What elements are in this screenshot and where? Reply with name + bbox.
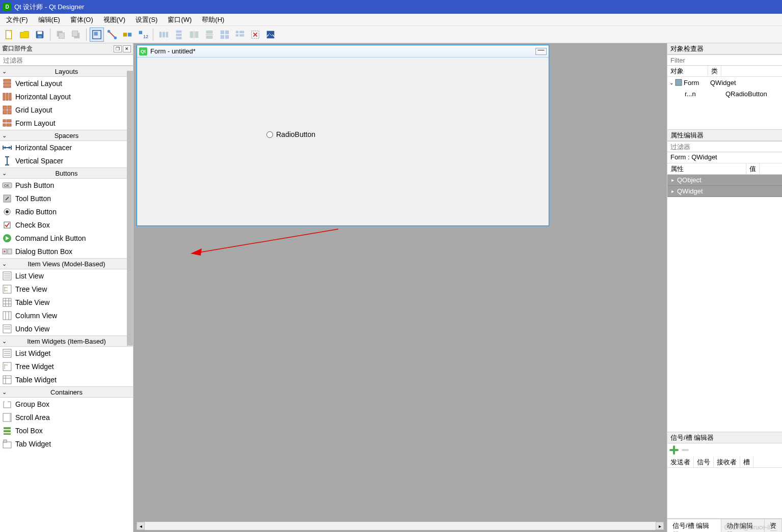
canvas-h-scrollbar[interactable]: ◂ ▸ bbox=[137, 522, 664, 530]
edit-buddies-button[interactable] bbox=[120, 27, 134, 42]
widget-grid-layout[interactable]: Grid Layout bbox=[0, 103, 133, 117]
menu-settings[interactable]: 设置(S) bbox=[130, 14, 163, 25]
widget-tree-view[interactable]: Tree View bbox=[0, 283, 133, 296]
design-canvas[interactable]: Qt Form - untitled* — RadioButton ◂ ▸ bbox=[133, 43, 667, 532]
menu-help[interactable]: 帮助(H) bbox=[197, 14, 229, 25]
edit-signals-button[interactable] bbox=[105, 27, 119, 42]
minimize-icon[interactable]: — bbox=[535, 48, 547, 55]
dock-close-button[interactable]: ✕ bbox=[123, 45, 131, 52]
layout-hsplitter-button[interactable] bbox=[187, 27, 201, 42]
group-spacers[interactable]: ⌄Spacers bbox=[0, 130, 133, 141]
widget-column-view[interactable]: Column View bbox=[0, 309, 133, 322]
svg-rect-35 bbox=[239, 34, 244, 37]
widget-filter-input[interactable] bbox=[0, 54, 133, 66]
tab-signal-slot[interactable]: 信号/槽 编辑器 bbox=[667, 519, 721, 532]
signal-slot-editor: 信号/槽 编辑器 发送者 信号 接收者 槽 bbox=[667, 432, 782, 519]
svg-rect-44 bbox=[3, 106, 7, 109]
group-item-views[interactable]: ⌄Item Views (Model-Based) bbox=[0, 258, 133, 269]
widget-check-box[interactable]: Check Box bbox=[0, 218, 133, 232]
svg-rect-94 bbox=[4, 427, 11, 429]
new-file-button[interactable] bbox=[2, 27, 16, 42]
form-titlebar[interactable]: Qt Form - untitled* — bbox=[137, 45, 549, 58]
widget-box-header: 窗口部件盒 ❐ ✕ bbox=[0, 43, 133, 54]
menu-edit[interactable]: 编辑(E) bbox=[33, 14, 65, 25]
open-file-button[interactable] bbox=[17, 27, 32, 42]
svg-rect-93 bbox=[10, 414, 11, 421]
break-layout-button[interactable] bbox=[248, 27, 262, 42]
send-back-button[interactable] bbox=[53, 27, 68, 42]
widget-undo-view[interactable]: Undo View bbox=[0, 322, 133, 335]
widget-command-link[interactable]: Command Link Button bbox=[0, 232, 133, 245]
property-filter-input[interactable] bbox=[667, 141, 782, 152]
svg-marker-100 bbox=[191, 248, 202, 256]
radiobutton-icon bbox=[2, 207, 12, 217]
menu-view[interactable]: 视图(V) bbox=[98, 14, 130, 25]
layout-form-button[interactable] bbox=[233, 27, 247, 42]
widget-tree-widget[interactable]: Tree Widget bbox=[0, 360, 133, 373]
widget-radio-button[interactable]: Radio Button bbox=[0, 205, 133, 218]
remove-icon[interactable] bbox=[681, 447, 690, 453]
adjust-size-button[interactable] bbox=[263, 27, 278, 42]
object-filter-input[interactable] bbox=[667, 54, 782, 66]
menu-file[interactable]: 文件(F) bbox=[1, 14, 33, 25]
buttonbox-icon bbox=[2, 246, 12, 257]
widget-dialog-button-box[interactable]: Dialog Button Box bbox=[0, 245, 133, 258]
edit-taborder-button[interactable]: 123 bbox=[136, 27, 150, 42]
widget-tool-button[interactable]: Tool Button bbox=[0, 192, 133, 205]
add-icon[interactable] bbox=[669, 445, 679, 455]
property-group-qwidget[interactable]: ▸QWidget bbox=[667, 186, 782, 197]
object-row-form[interactable]: ⌄Form QWidget bbox=[667, 77, 782, 88]
svg-rect-50 bbox=[3, 124, 6, 126]
layout-vsplitter-button[interactable] bbox=[202, 27, 217, 42]
property-group-qobject[interactable]: ▸QObject bbox=[667, 175, 782, 186]
widget-h-spacer[interactable]: Horizontal Spacer bbox=[0, 141, 133, 154]
svg-rect-25 bbox=[206, 30, 213, 33]
signal-table-header: 发送者 信号 接收者 槽 bbox=[667, 457, 782, 468]
edit-widgets-button[interactable] bbox=[90, 27, 104, 42]
object-row-radio[interactable]: r...n QRadioButton bbox=[667, 88, 782, 99]
save-button[interactable] bbox=[33, 27, 47, 42]
form-body[interactable]: RadioButton bbox=[137, 58, 549, 226]
menu-form[interactable]: 窗体(O) bbox=[65, 14, 98, 25]
widget-horizontal-layout[interactable]: Horizontal Layout bbox=[0, 90, 133, 103]
widget-tab-widget[interactable]: Tab Widget bbox=[0, 437, 133, 451]
widget-v-spacer[interactable]: Vertical Spacer bbox=[0, 154, 133, 167]
widget-table-view[interactable]: Table View bbox=[0, 296, 133, 309]
widget-push-button[interactable]: OKPush Button bbox=[0, 179, 133, 192]
svg-rect-41 bbox=[3, 93, 5, 100]
group-buttons[interactable]: ⌄Buttons bbox=[0, 167, 133, 179]
dock-float-button[interactable]: ❐ bbox=[114, 45, 122, 52]
widget-vertical-layout[interactable]: Vertical Layout bbox=[0, 77, 133, 90]
svg-rect-31 bbox=[225, 35, 229, 38]
treewidget-icon bbox=[2, 361, 12, 372]
group-layouts[interactable]: ⌄Layouts bbox=[0, 66, 133, 77]
widget-tool-box[interactable]: Tool Box bbox=[0, 424, 133, 437]
svg-point-11 bbox=[114, 36, 117, 39]
svg-rect-84 bbox=[3, 362, 11, 371]
svg-rect-3 bbox=[38, 35, 41, 38]
widget-table-widget[interactable]: Table Widget bbox=[0, 373, 133, 386]
widget-scroll-area[interactable]: Scroll Area bbox=[0, 411, 133, 424]
widget-tree[interactable]: ⌄Layouts Vertical Layout Horizontal Layo… bbox=[0, 66, 133, 532]
group-containers[interactable]: ⌄Containers bbox=[0, 386, 133, 398]
layout-h-button[interactable] bbox=[156, 27, 171, 42]
layout-v-button[interactable] bbox=[172, 27, 186, 42]
toolbar-sep bbox=[86, 29, 87, 41]
group-item-widgets[interactable]: ⌄Item Widgets (Item-Based) bbox=[0, 335, 133, 347]
widget-form-layout[interactable]: Form Layout bbox=[0, 117, 133, 130]
svg-rect-39 bbox=[4, 82, 11, 85]
svg-rect-20 bbox=[176, 34, 182, 36]
radio-button-widget[interactable]: RadioButton bbox=[265, 130, 316, 139]
widget-box-panel: 窗口部件盒 ❐ ✕ ⌄Layouts Vertical Layout Horiz… bbox=[0, 43, 133, 532]
svg-rect-87 bbox=[3, 376, 11, 384]
form-window[interactable]: Qt Form - untitled* — RadioButton bbox=[137, 45, 549, 226]
scroll-left-icon[interactable]: ◂ bbox=[137, 522, 145, 530]
scrollbar-thumb[interactable] bbox=[127, 71, 133, 346]
widget-list-view[interactable]: List View bbox=[0, 269, 133, 283]
menu-window[interactable]: 窗口(W) bbox=[163, 14, 197, 25]
layout-grid-button[interactable] bbox=[218, 27, 232, 42]
bring-front-button[interactable] bbox=[69, 27, 83, 42]
widget-list-widget[interactable]: List Widget bbox=[0, 347, 133, 360]
scroll-right-icon[interactable]: ▸ bbox=[656, 522, 664, 530]
widget-group-box[interactable]: Group Box bbox=[0, 398, 133, 411]
